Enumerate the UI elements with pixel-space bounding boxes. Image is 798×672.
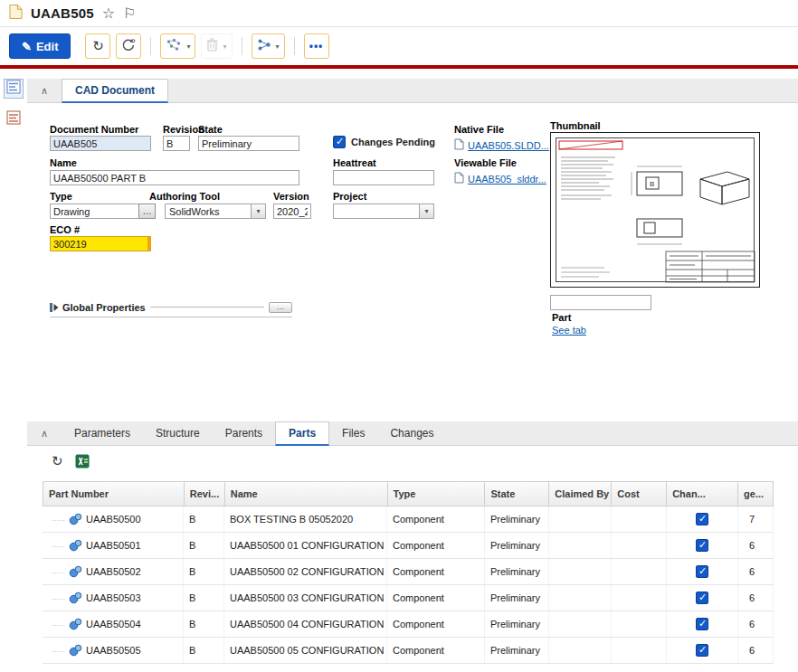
name-cell: UAAB50500 05 CONFIGURATION bbox=[224, 638, 387, 663]
chevron-down-icon: ▾ bbox=[419, 204, 433, 218]
component-icon bbox=[69, 513, 82, 525]
name-cell: BOX TESTING B 05052020 bbox=[224, 506, 387, 532]
part-number-cell: UAAB50504 bbox=[43, 611, 184, 637]
form-view-toggle[interactable] bbox=[4, 79, 24, 99]
heattreat-input[interactable] bbox=[333, 170, 434, 185]
revision-input[interactable] bbox=[163, 136, 190, 151]
tab-parts[interactable]: Parts bbox=[275, 421, 329, 446]
table-row[interactable]: UAAB50505 B UAAB50500 05 CONFIGURATION C… bbox=[43, 638, 774, 664]
revision-cell: B bbox=[184, 559, 224, 584]
actions-icon bbox=[166, 38, 182, 54]
collapse-chevron-icon[interactable]: ∧ bbox=[27, 421, 62, 445]
eco-input[interactable] bbox=[50, 236, 151, 251]
changes-pending-label: Changes Pending bbox=[351, 137, 435, 147]
global-properties-section: Global Properties … bbox=[50, 298, 292, 317]
changed-cell bbox=[667, 638, 738, 663]
global-properties-more-button[interactable]: … bbox=[269, 302, 292, 313]
changed-checkbox[interactable] bbox=[696, 513, 708, 525]
viewable-file-link[interactable]: UAAB505_slddr... bbox=[468, 174, 546, 185]
changed-checkbox[interactable] bbox=[696, 644, 708, 657]
column-header-cost[interactable]: Cost bbox=[612, 482, 667, 506]
name-cell: UAAB50500 02 CONFIGURATION bbox=[224, 559, 387, 584]
tab-changes[interactable]: Changes bbox=[377, 421, 446, 445]
titlebar: UAAB505 ☆ ⚐ bbox=[0, 0, 798, 27]
table-row[interactable]: UAAB50501 B UAAB50500 01 CONFIGURATION C… bbox=[43, 533, 774, 559]
column-header-part-number[interactable]: Part Number bbox=[43, 482, 185, 506]
changed-checkbox[interactable] bbox=[696, 539, 708, 552]
expand-arrow-icon[interactable] bbox=[50, 303, 59, 312]
tab-cad-document[interactable]: CAD Document bbox=[62, 79, 168, 103]
main-content: ∧ CAD Document Document Number Revision … bbox=[27, 69, 798, 671]
favorite-star-icon[interactable]: ☆ bbox=[102, 6, 115, 21]
part-number-cell: UAAB50505 bbox=[43, 638, 184, 663]
name-cell: UAAB50500 01 CONFIGURATION bbox=[224, 533, 387, 558]
share-menu-button[interactable]: ▾ bbox=[252, 33, 285, 59]
relationship-tabstrip: ∧ Parameters Structure Parents Parts Fil… bbox=[27, 421, 798, 446]
changed-checkbox[interactable] bbox=[696, 592, 708, 604]
table-row[interactable]: UAAB50503 B UAAB50500 03 CONFIGURATION C… bbox=[43, 585, 774, 611]
heattreat-label: Heattreat bbox=[333, 157, 376, 168]
changed-checkbox[interactable] bbox=[696, 565, 708, 578]
relationships-view-toggle[interactable] bbox=[4, 109, 24, 129]
share-icon bbox=[257, 38, 271, 54]
refresh-button[interactable]: ↻ bbox=[85, 33, 110, 59]
changed-cell bbox=[667, 533, 738, 558]
table-row[interactable]: UAAB50504 B UAAB50500 04 CONFIGURATION C… bbox=[43, 611, 774, 638]
cad-document-form: Document Number Revision State Changes P… bbox=[27, 103, 798, 421]
authoring-tool-select[interactable]: SolidWorks ▾ bbox=[165, 203, 266, 219]
state-input[interactable] bbox=[198, 136, 299, 151]
component-icon bbox=[69, 592, 82, 604]
column-header-name[interactable]: Name bbox=[225, 482, 388, 506]
name-input[interactable] bbox=[50, 170, 299, 185]
cost-cell bbox=[612, 559, 667, 584]
delete-menu-button[interactable]: ▾ bbox=[201, 33, 232, 59]
thumbnail-file-input[interactable] bbox=[550, 295, 651, 310]
table-row[interactable]: UAAB50500 B BOX TESTING B 05052020 Compo… bbox=[43, 506, 774, 533]
export-excel-icon[interactable] bbox=[75, 454, 90, 469]
state-label: State bbox=[198, 124, 223, 135]
native-file-field: UAAB505.SLDD... bbox=[454, 137, 549, 154]
name-label: Name bbox=[50, 157, 77, 168]
claimed-by-cell bbox=[549, 533, 612, 558]
revision-cell: B bbox=[184, 611, 224, 637]
edit-button[interactable]: ✎ Edit bbox=[9, 33, 71, 59]
grid-refresh-icon[interactable]: ↻ bbox=[52, 454, 63, 468]
document-number-input[interactable] bbox=[50, 136, 151, 151]
part-see-tab-link[interactable]: See tab bbox=[552, 325, 586, 336]
state-cell: Preliminary bbox=[485, 506, 549, 532]
native-file-link[interactable]: UAAB505.SLDD... bbox=[468, 140, 549, 151]
tab-structure[interactable]: Structure bbox=[143, 421, 213, 445]
thumbnail-image[interactable]: B bbox=[550, 132, 760, 288]
part-number: UAAB50501 bbox=[86, 540, 141, 551]
column-header-claimed-by[interactable]: Claimed By [...] bbox=[549, 482, 612, 506]
tab-parents[interactable]: Parents bbox=[213, 421, 275, 445]
column-header-ge[interactable]: ge... bbox=[738, 482, 774, 506]
tab-parameters[interactable]: Parameters bbox=[62, 421, 143, 445]
refresh-icon: ↻ bbox=[92, 38, 104, 54]
changed-checkbox[interactable] bbox=[696, 618, 708, 630]
type-input[interactable] bbox=[50, 203, 139, 219]
part-number-cell: UAAB50502 bbox=[43, 559, 184, 584]
table-row[interactable]: UAAB50502 B UAAB50500 02 CONFIGURATION C… bbox=[43, 559, 774, 585]
changes-pending-checkbox[interactable] bbox=[333, 136, 346, 148]
column-header-state[interactable]: State bbox=[485, 482, 549, 506]
tab-files[interactable]: Files bbox=[329, 421, 377, 445]
part-number: UAAB50500 bbox=[86, 514, 141, 525]
column-header-changed[interactable]: Chan... bbox=[667, 482, 738, 506]
type-cell: Component bbox=[387, 559, 485, 584]
column-header-type[interactable]: Type bbox=[388, 482, 486, 506]
actions-menu-button[interactable]: ▾ bbox=[160, 33, 195, 59]
ge-cell: 6 bbox=[738, 638, 774, 663]
ge-cell: 6 bbox=[738, 559, 774, 584]
chevron-down-icon: ▾ bbox=[223, 43, 226, 51]
promote-button[interactable] bbox=[116, 33, 141, 59]
version-input[interactable] bbox=[273, 203, 311, 219]
column-header-revision[interactable]: Revi... bbox=[185, 482, 225, 506]
more-actions-button[interactable]: ••• bbox=[304, 33, 329, 59]
collapse-chevron-icon[interactable]: ∧ bbox=[27, 79, 62, 102]
type-picker-button[interactable]: … bbox=[138, 203, 156, 219]
file-icon bbox=[454, 137, 464, 154]
project-select[interactable]: ▾ bbox=[333, 203, 434, 219]
cost-cell bbox=[612, 611, 667, 637]
flag-icon[interactable]: ⚐ bbox=[123, 6, 136, 21]
